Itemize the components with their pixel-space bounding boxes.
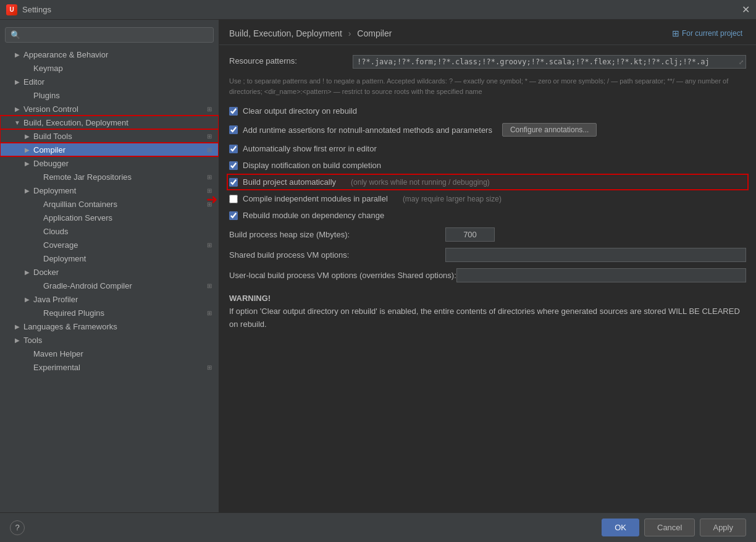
sync-icon: ⊞ — [205, 172, 214, 181]
configure-annotations-button[interactable]: Configure annotations... — [502, 123, 597, 137]
cancel-button[interactable]: Cancel — [644, 519, 695, 536]
runtime-assertions-label: Add runtime assertions for notnull-annot… — [243, 125, 492, 135]
checkbox-rebuild-dependency-row: Rebuild module on dependency change — [229, 210, 746, 221]
help-button[interactable]: ? — [10, 520, 25, 535]
sidebar-item-version-control[interactable]: ▶ Version Control ⊞ — [0, 102, 219, 116]
for-current-project-button[interactable]: For current project — [668, 27, 746, 40]
sidebar-item-label: Build Tools — [33, 132, 205, 141]
shared-vm-options-input[interactable] — [445, 248, 746, 262]
breadcrumb-parent: Build, Execution, Deployment — [229, 28, 342, 38]
sidebar-item-arquillian[interactable]: Arquillian Containers ⊞ — [0, 197, 219, 211]
sidebar-item-compiler[interactable]: ▶ Compiler ⊞ — [0, 143, 219, 156]
sidebar-item-debugger[interactable]: ▶ Debugger — [0, 156, 219, 170]
expand-icon: ▶ — [12, 335, 22, 345]
sidebar-item-remote-jar[interactable]: Remote Jar Repositories ⊞ — [0, 170, 219, 184]
heap-size-input[interactable] — [445, 227, 495, 242]
sidebar-item-label: Keymap — [33, 64, 214, 73]
display-notification-checkbox[interactable] — [229, 161, 238, 170]
close-button[interactable]: ✕ — [742, 5, 750, 15]
clear-output-checkbox[interactable] — [229, 107, 238, 116]
sidebar-item-build-execution[interactable]: ▼ Build, Execution, Deployment — [0, 116, 219, 129]
sidebar-item-label: Compiler — [33, 145, 205, 155]
sidebar-item-gradle-android[interactable]: Gradle-Android Compiler ⊞ — [0, 279, 219, 292]
content-body: Resource patterns: ⤢ Use ; to separate p… — [219, 45, 756, 512]
sidebar-item-label: Plugins — [33, 91, 214, 100]
user-local-vm-options-row: User-local build process VM options (ove… — [229, 268, 746, 282]
build-automatically-checkbox[interactable] — [229, 178, 238, 187]
sidebar: ▶ Appearance & Behavior Keymap ▶ Editor … — [0, 20, 219, 512]
breadcrumb-separator: › — [348, 28, 351, 38]
sidebar-item-label: Version Control — [23, 104, 205, 114]
apply-button[interactable]: Apply — [700, 519, 746, 536]
sidebar-item-java-profiler[interactable]: ▶ Java Profiler — [0, 292, 219, 306]
sync-icon: ⊞ — [205, 363, 214, 371]
spacer-icon — [22, 63, 32, 73]
sidebar-item-deployment[interactable]: ▶ Deployment ⊞ — [0, 184, 219, 197]
warning-title: WARNING! — [229, 294, 271, 303]
search-input[interactable] — [5, 27, 214, 43]
sidebar-item-label: Languages & Frameworks — [23, 322, 214, 331]
sidebar-item-label: Experimental — [33, 363, 205, 372]
checkbox-notification-row: Display notification on build completion — [229, 159, 746, 171]
spacer-icon — [32, 308, 42, 318]
build-automatically-note: (only works while not running / debuggin… — [351, 178, 490, 187]
checkbox-compile-parallel-row: Compile independent modules in parallel … — [229, 193, 746, 205]
sidebar-item-experimental[interactable]: Experimental ⊞ — [0, 360, 219, 374]
expand-icon: ▶ — [22, 294, 32, 304]
sidebar-item-label: Appearance & Behavior — [23, 50, 214, 59]
sidebar-item-keymap[interactable]: Keymap — [0, 61, 219, 75]
warning-text: If option 'Clear output directory on reb… — [229, 307, 740, 329]
sidebar-item-label: Tools — [23, 336, 214, 345]
sidebar-item-docker[interactable]: ▶ Docker — [0, 265, 219, 279]
sidebar-item-label: Gradle-Android Compiler — [43, 281, 205, 290]
sidebar-item-label: Application Servers — [43, 213, 214, 222]
bottom-bar: ? OK Cancel Apply — [0, 512, 756, 542]
breadcrumb-current: Compiler — [357, 28, 392, 38]
sidebar-item-languages[interactable]: ▶ Languages & Frameworks — [0, 320, 219, 333]
checkbox-runtime-assertions-row: Add runtime assertions for notnull-annot… — [229, 122, 746, 138]
sidebar-item-required-plugins[interactable]: Required Plugins ⊞ — [0, 306, 219, 320]
spacer-icon — [22, 362, 32, 372]
expand-icon: ▶ — [12, 104, 22, 114]
sidebar-item-build-tools[interactable]: ▶ Build Tools ⊞ — [0, 129, 219, 143]
spacer-icon — [32, 172, 42, 182]
checkbox-show-error-row: Automatically show first error in editor — [229, 143, 746, 155]
shared-vm-options-label: Shared build process VM options: — [229, 250, 445, 260]
spacer-icon — [32, 226, 42, 236]
sidebar-item-label: Maven Helper — [33, 349, 214, 358]
sidebar-item-deployment-child[interactable]: Deployment — [0, 252, 219, 265]
compile-parallel-checkbox[interactable] — [229, 195, 238, 203]
resource-patterns-wrapper: ⤢ — [353, 55, 746, 69]
sidebar-item-clouds[interactable]: Clouds — [0, 224, 219, 238]
show-first-error-checkbox[interactable] — [229, 145, 238, 153]
sidebar-item-label: Deployment — [43, 254, 214, 263]
ok-button[interactable]: OK — [602, 519, 639, 536]
sidebar-item-label: Remote Jar Repositories — [43, 172, 205, 182]
expand-icon: ▶ — [22, 145, 32, 155]
sidebar-item-editor[interactable]: ▶ Editor — [0, 75, 219, 88]
runtime-assertions-checkbox[interactable] — [229, 125, 238, 134]
sidebar-item-maven-helper[interactable]: Maven Helper — [0, 347, 219, 360]
user-local-vm-options-label: User-local build process VM options (ove… — [229, 271, 456, 280]
resource-patterns-input[interactable] — [353, 55, 746, 69]
sidebar-item-app-servers[interactable]: Application Servers — [0, 211, 219, 224]
warning-box: WARNING! If option 'Clear output directo… — [229, 292, 746, 331]
display-notification-label: Display notification on build completion — [243, 161, 381, 170]
sidebar-item-appearance[interactable]: ▶ Appearance & Behavior — [0, 48, 219, 61]
sidebar-item-label: Build, Execution, Deployment — [23, 118, 214, 127]
compile-parallel-label: Compile independent modules in parallel — [243, 194, 388, 203]
sidebar-item-label: Required Plugins — [43, 308, 205, 318]
user-local-vm-options-input[interactable] — [456, 268, 746, 282]
sidebar-item-label: Debugger — [33, 159, 214, 168]
rebuild-dependency-checkbox[interactable] — [229, 211, 238, 220]
content-area: Build, Execution, Deployment › Compiler … — [219, 20, 756, 512]
sidebar-item-plugins[interactable]: Plugins — [0, 88, 219, 102]
sidebar-item-tools[interactable]: ▶ Tools — [0, 333, 219, 347]
resource-patterns-row: Resource patterns: ⤢ — [229, 55, 746, 69]
title-bar: U Settings ✕ — [0, 0, 756, 20]
sidebar-item-label: Clouds — [43, 227, 214, 236]
shared-vm-options-row: Shared build process VM options: — [229, 248, 746, 262]
expand-icon[interactable]: ⤢ — [739, 59, 744, 66]
sidebar-item-coverage[interactable]: Coverage ⊞ — [0, 238, 219, 252]
sidebar-item-label: Editor — [23, 77, 214, 87]
